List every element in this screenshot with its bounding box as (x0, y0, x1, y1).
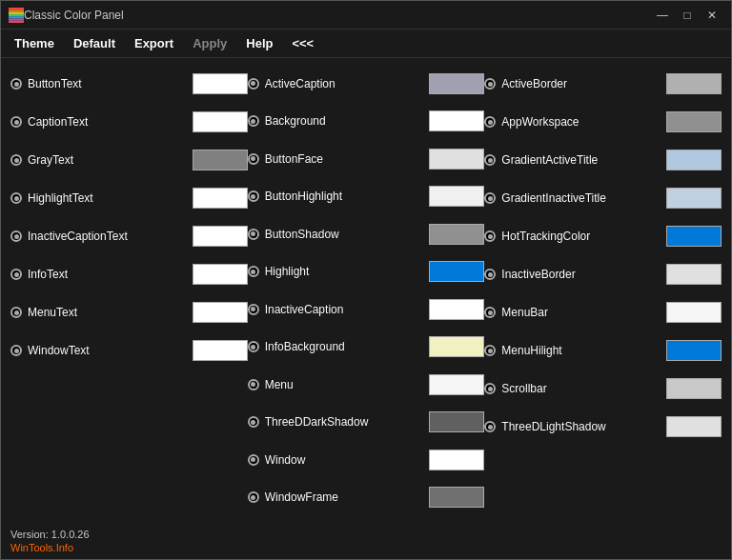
radio-button[interactable] (10, 154, 22, 166)
menu-theme[interactable]: Theme (5, 32, 64, 54)
color-swatch[interactable] (193, 302, 248, 323)
radio-button[interactable] (248, 266, 259, 277)
radio-button[interactable] (248, 379, 259, 390)
radio-button[interactable] (10, 116, 22, 128)
color-columns: ButtonTextCaptionTextGrayTextHighlightTe… (10, 66, 722, 515)
radio-button[interactable] (10, 230, 22, 242)
color-swatch[interactable] (193, 150, 248, 170)
radio-button[interactable] (484, 269, 496, 280)
website-link[interactable]: WinTools.Info (10, 542, 722, 553)
color-swatch[interactable] (429, 450, 484, 470)
radio-button[interactable] (248, 454, 259, 466)
menu-export[interactable]: Export (125, 32, 183, 54)
color-swatch[interactable] (193, 226, 248, 247)
titlebar: Classic Color Panel — □ ✕ (1, 1, 731, 30)
color-swatch[interactable] (429, 487, 484, 508)
color-swatch[interactable] (429, 336, 484, 357)
color-entry: InactiveCaptionText (10, 218, 248, 254)
radio-button[interactable] (248, 115, 259, 127)
color-swatch[interactable] (666, 188, 722, 209)
color-entry: ButtonFace (248, 141, 485, 177)
color-entry: AppWorkspace (484, 104, 722, 140)
color-label: AppWorkspace (501, 115, 661, 129)
color-label: HighlightText (28, 191, 187, 205)
color-label: ButtonHighlight (265, 190, 424, 203)
color-swatch[interactable] (429, 186, 484, 207)
radio-button[interactable] (10, 192, 22, 204)
radio-button[interactable] (484, 78, 496, 90)
menu-help[interactable]: Help (236, 32, 282, 54)
color-swatch[interactable] (429, 374, 484, 395)
menu-apply[interactable]: Apply (183, 32, 236, 54)
color-swatch[interactable] (193, 73, 248, 94)
svg-rect-2 (9, 10, 24, 11)
radio-button[interactable] (10, 269, 22, 280)
svg-rect-4 (9, 13, 24, 15)
color-label: ButtonFace (265, 152, 424, 166)
radio-button[interactable] (248, 491, 259, 503)
color-label: ButtonShadow (265, 228, 424, 241)
color-swatch[interactable] (429, 261, 484, 282)
minimize-button[interactable]: — (651, 6, 674, 25)
radio-button[interactable] (484, 230, 496, 242)
color-entry: MenuHilight (484, 332, 722, 369)
color-swatch[interactable] (193, 188, 248, 209)
radio-button[interactable] (484, 116, 496, 128)
radio-button[interactable] (10, 345, 22, 356)
radio-button[interactable] (484, 345, 496, 356)
radio-button[interactable] (248, 416, 259, 428)
radio-button[interactable] (248, 78, 259, 90)
footer: Version: 1.0.0.26 WinTools.Info (1, 523, 731, 559)
color-swatch[interactable] (666, 302, 722, 323)
svg-rect-3 (9, 11, 24, 13)
maximize-button[interactable]: □ (676, 6, 699, 25)
color-swatch[interactable] (429, 110, 484, 131)
color-swatch[interactable] (193, 340, 248, 361)
color-entry: WindowFrame (248, 480, 485, 516)
color-entry: Highlight (248, 254, 485, 290)
color-swatch[interactable] (666, 150, 722, 170)
color-entry: MenuText (10, 294, 248, 330)
radio-button[interactable] (484, 307, 496, 318)
color-swatch[interactable] (666, 226, 722, 247)
radio-button[interactable] (248, 341, 259, 352)
color-entry: CaptionText (10, 104, 248, 140)
menu-default[interactable]: Default (64, 32, 125, 54)
radio-button[interactable] (10, 78, 22, 90)
color-swatch[interactable] (666, 73, 722, 94)
radio-button[interactable] (248, 153, 259, 165)
color-label: Scrollbar (501, 382, 661, 395)
radio-button[interactable] (484, 154, 496, 166)
color-label: InactiveBorder (501, 268, 661, 281)
radio-button[interactable] (248, 190, 259, 202)
color-swatch[interactable] (666, 340, 722, 361)
close-button[interactable]: ✕ (701, 6, 723, 25)
color-swatch[interactable] (193, 264, 248, 285)
radio-button[interactable] (10, 307, 22, 318)
radio-button[interactable] (484, 383, 496, 394)
color-swatch[interactable] (429, 299, 484, 320)
color-swatch[interactable] (429, 73, 484, 94)
radio-button[interactable] (248, 229, 259, 240)
color-entry: ThreeDLightShadow (484, 409, 722, 445)
svg-rect-7 (9, 20, 24, 22)
color-label: MenuText (28, 306, 187, 319)
color-entry: Background (248, 104, 485, 140)
color-swatch[interactable] (666, 378, 722, 399)
menu-back[interactable]: <<< (282, 32, 323, 54)
color-label: InactiveCaption (265, 303, 424, 316)
color-swatch[interactable] (666, 264, 722, 285)
color-swatch[interactable] (666, 111, 722, 132)
radio-button[interactable] (484, 192, 496, 204)
color-swatch[interactable] (429, 224, 484, 245)
color-swatch[interactable] (193, 111, 248, 132)
color-swatch[interactable] (666, 416, 722, 437)
color-label: GradientActiveTitle (501, 153, 661, 167)
radio-button[interactable] (248, 304, 259, 315)
color-label: CaptionText (28, 115, 187, 129)
content-area: ButtonTextCaptionTextGrayTextHighlightTe… (1, 58, 731, 523)
radio-button[interactable] (484, 421, 496, 432)
color-swatch[interactable] (429, 411, 484, 432)
color-swatch[interactable] (429, 149, 484, 170)
color-entry: GradientActiveTitle (484, 142, 722, 178)
